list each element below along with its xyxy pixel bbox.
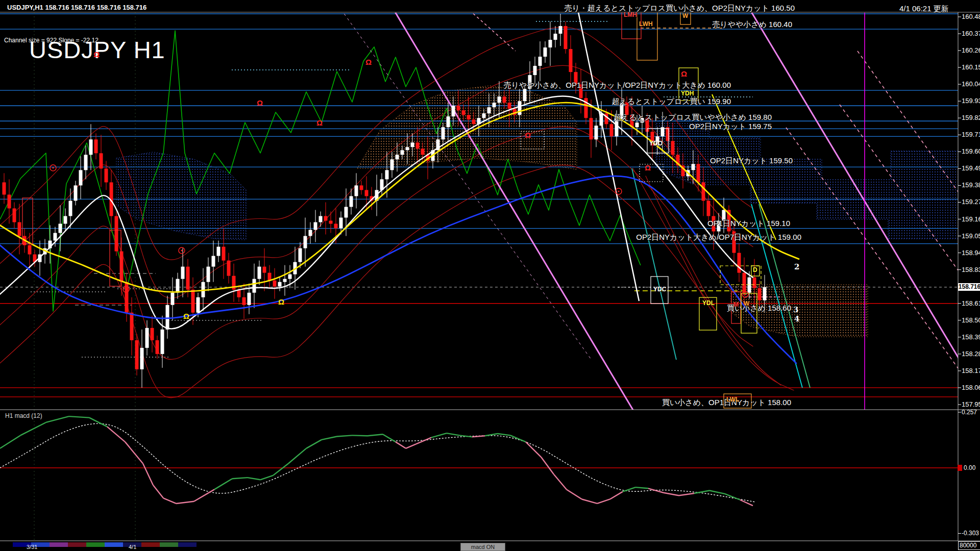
candle-body <box>538 57 542 66</box>
trendline <box>576 0 639 301</box>
object-tag-lmh: LMH <box>624 11 637 18</box>
candle-body <box>145 328 149 348</box>
candle-body <box>105 168 108 182</box>
candle-body <box>487 107 491 113</box>
candle-body <box>217 247 220 256</box>
candle-body <box>94 139 98 153</box>
object-tag-ydl: YDL <box>702 299 715 307</box>
macd-main-line <box>46 416 69 422</box>
macd-main-line <box>498 434 510 435</box>
macd-main-line <box>153 485 163 498</box>
candle-body <box>222 247 226 261</box>
macd-main-line <box>431 433 447 437</box>
candle-body <box>161 330 164 354</box>
price-axis-label: 159.710 <box>962 131 980 138</box>
candle-body <box>610 124 614 136</box>
candle-body <box>508 103 511 109</box>
candle-body <box>625 103 629 115</box>
candle-body <box>339 218 343 229</box>
volume-scale-box: 80000 <box>958 541 980 550</box>
object-tag-lwl: LWL <box>726 396 739 403</box>
candle-body <box>390 159 394 170</box>
candle-body <box>406 147 409 150</box>
signal-marker-red: Ω <box>316 118 323 127</box>
price-axis-label: 160.370 <box>962 30 980 37</box>
candle-body <box>8 194 11 208</box>
candle-body <box>467 115 471 119</box>
object-box <box>622 3 641 39</box>
candle-body <box>697 164 700 182</box>
symbol-ohlc-readout: USDJPY,H1 158.716 158.716 158.716 158.71… <box>7 4 146 11</box>
macd-main-line <box>526 442 541 457</box>
price-axis-label: 158.500 <box>962 316 980 324</box>
candle-body <box>299 248 302 262</box>
chart-canvas[interactable] <box>0 0 980 551</box>
price-axis-label: 159.160 <box>962 215 980 223</box>
price-axis-label: 159.490 <box>962 164 980 172</box>
macd-main-line <box>709 491 725 494</box>
candle-body <box>227 261 231 276</box>
candle-body <box>314 222 317 230</box>
macd-main-line <box>740 500 753 506</box>
green-overlay-line <box>0 31 641 311</box>
trendline <box>632 168 676 360</box>
candle-body <box>401 150 404 155</box>
macd-main-line <box>610 492 623 499</box>
candle-body <box>64 216 67 224</box>
signal-marker-red: Ω <box>645 163 651 172</box>
candle-body <box>191 290 195 313</box>
macd-toggle-button[interactable]: macd ON <box>460 543 505 551</box>
candle-body <box>309 230 312 236</box>
price-axis-label: 159.930 <box>962 97 980 105</box>
price-axis-label: 160.040 <box>962 80 980 88</box>
trendline <box>334 0 592 361</box>
candle-body <box>442 127 445 139</box>
macd-main-line <box>322 437 337 440</box>
macd-main-line <box>306 440 322 448</box>
candle-body <box>176 279 180 293</box>
macd-main-line <box>597 499 610 503</box>
candle-body <box>350 196 353 207</box>
candle-body <box>707 201 710 216</box>
macd-main-line <box>214 479 232 489</box>
object-tag-ydc: YDC <box>653 286 666 293</box>
candle-body <box>692 164 695 170</box>
macd-main-line <box>288 448 306 464</box>
signal-marker-red: Ω <box>257 98 263 107</box>
candle-body <box>115 216 118 252</box>
candle-body <box>554 34 557 40</box>
macd-main-line <box>396 442 406 448</box>
macd-main-line <box>679 493 694 495</box>
candle-body <box>447 116 450 127</box>
candle-body <box>523 89 527 101</box>
price-axis-label: 158.280 <box>962 350 980 358</box>
price-axis-label: 159.820 <box>962 114 980 121</box>
candle-body <box>151 328 154 340</box>
candle-body <box>345 207 348 217</box>
candle-body <box>212 256 215 267</box>
candle-body <box>319 216 323 222</box>
candle-body <box>421 148 425 155</box>
candle-body <box>763 287 767 300</box>
candle-body <box>590 118 593 139</box>
macd-main-line <box>89 418 107 427</box>
candle-body <box>278 282 282 287</box>
macd-main-line <box>406 444 416 448</box>
candle-body <box>54 233 57 241</box>
macd-main-line <box>352 435 368 436</box>
price-axis-label: 159.600 <box>962 147 980 155</box>
macd-main-line <box>582 499 597 503</box>
session-bar <box>141 542 160 547</box>
circle-marker-dot <box>52 167 54 168</box>
price-axis-label: 158.940 <box>962 249 980 257</box>
macd-main-line <box>20 422 46 435</box>
candle-body <box>283 279 287 282</box>
signal-marker-red: Ω <box>525 131 531 139</box>
time-axis-label: 4/1 <box>129 544 136 550</box>
macd-indicator-label: H1 macd (12) <box>5 412 42 419</box>
circle-marker-dot <box>744 293 746 295</box>
price-axis-label: 158.830 <box>962 266 980 273</box>
count-label: 2 <box>794 262 799 271</box>
candle-body <box>712 216 716 232</box>
circle-marker-dot <box>181 249 182 251</box>
